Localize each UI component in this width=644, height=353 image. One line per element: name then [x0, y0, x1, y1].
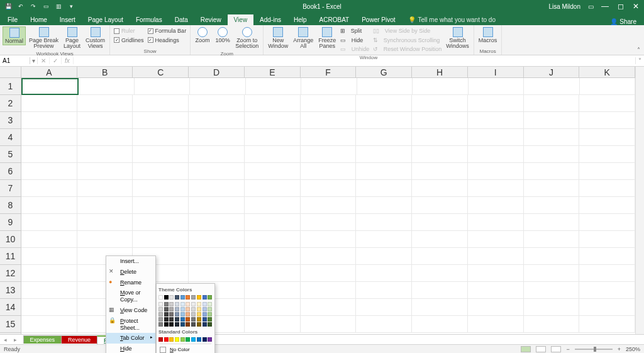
- cell[interactable]: [301, 282, 357, 299]
- color-swatch[interactable]: [186, 337, 190, 342]
- color-swatch[interactable]: [208, 312, 212, 317]
- col-header-J[interactable]: J: [524, 67, 580, 77]
- share-button[interactable]: 👤 Share: [602, 18, 644, 25]
- save-icon[interactable]: 💾: [4, 2, 13, 11]
- color-swatch[interactable]: [169, 295, 174, 300]
- ribbon-display-icon[interactable]: ▭: [588, 3, 594, 10]
- tab-view[interactable]: View: [228, 14, 254, 25]
- cell[interactable]: [579, 112, 635, 129]
- color-swatch[interactable]: [158, 295, 163, 300]
- color-swatch[interactable]: [169, 322, 174, 327]
- col-header-A[interactable]: A: [21, 67, 77, 77]
- color-swatch[interactable]: [164, 317, 169, 322]
- tab-power-pivot[interactable]: Power Pivot: [355, 14, 401, 25]
- cell[interactable]: [133, 95, 189, 112]
- qat-icon-1[interactable]: ▭: [42, 2, 50, 11]
- tab-formulas[interactable]: Formulas: [130, 14, 169, 25]
- color-swatch[interactable]: [197, 302, 201, 306]
- row-header-14[interactable]: 14: [0, 299, 21, 316]
- cell[interactable]: [412, 316, 468, 333]
- insert-function-button[interactable]: fx: [62, 57, 74, 64]
- cell[interactable]: [301, 146, 357, 163]
- cell[interactable]: [468, 129, 524, 146]
- row-header-9[interactable]: 9: [0, 214, 21, 231]
- cell[interactable]: [524, 95, 580, 112]
- color-swatch[interactable]: [186, 312, 190, 317]
- cell[interactable]: [77, 95, 133, 112]
- undo-icon[interactable]: ↶: [16, 2, 25, 11]
- cell[interactable]: [413, 78, 468, 95]
- cell[interactable]: [301, 180, 357, 197]
- cell[interactable]: [524, 316, 580, 333]
- color-swatch[interactable]: [208, 322, 212, 327]
- cell[interactable]: [133, 180, 189, 197]
- color-swatch[interactable]: [158, 302, 163, 306]
- cell[interactable]: [468, 163, 524, 180]
- cell[interactable]: [301, 112, 357, 129]
- cell[interactable]: [77, 214, 133, 231]
- cell[interactable]: [77, 180, 133, 197]
- cell[interactable]: [412, 112, 468, 129]
- cell[interactable]: [245, 95, 301, 112]
- cell[interactable]: [301, 316, 357, 333]
- page-layout-view-icon[interactable]: [536, 346, 546, 352]
- cell[interactable]: [356, 129, 412, 146]
- cell[interactable]: [356, 248, 412, 265]
- cell[interactable]: [245, 146, 301, 163]
- cell[interactable]: [579, 95, 635, 112]
- color-swatch[interactable]: [180, 312, 185, 317]
- cell[interactable]: [524, 282, 580, 299]
- ctx-tab-color[interactable]: Tab Color▸: [106, 333, 155, 344]
- cell[interactable]: [245, 180, 301, 197]
- cell[interactable]: [356, 316, 412, 333]
- cell[interactable]: [356, 163, 412, 180]
- gridlines-checkbox[interactable]: ✓Gridlines: [113, 36, 145, 45]
- color-swatch[interactable]: [208, 302, 212, 306]
- color-swatch[interactable]: [175, 295, 179, 300]
- ctx-move-or-copy[interactable]: Move or Copy...: [106, 288, 155, 305]
- cell[interactable]: [412, 146, 468, 163]
- cell[interactable]: [77, 129, 133, 146]
- col-header-B[interactable]: B: [77, 67, 133, 77]
- color-swatch[interactable]: [203, 322, 207, 327]
- row-header-15[interactable]: 15: [0, 316, 21, 333]
- color-swatch[interactable]: [180, 337, 185, 342]
- macros-button[interactable]: Macros: [477, 26, 499, 44]
- cell[interactable]: [21, 197, 77, 214]
- redo-icon[interactable]: ↷: [29, 2, 38, 11]
- color-swatch[interactable]: [180, 295, 185, 300]
- color-swatch[interactable]: [158, 337, 163, 342]
- formula-bar-checkbox[interactable]: ✓Formula Bar: [147, 26, 188, 36]
- cell[interactable]: [301, 197, 357, 214]
- row-header-5[interactable]: 5: [0, 146, 21, 163]
- color-swatch[interactable]: [203, 302, 207, 306]
- sheet-nav-buttons[interactable]: ◂ ▸: [0, 337, 23, 343]
- arrange-all-button[interactable]: Arrange All: [291, 26, 315, 50]
- cell[interactable]: [133, 163, 189, 180]
- cell[interactable]: [77, 146, 133, 163]
- tab-file[interactable]: File: [1, 14, 24, 25]
- select-all-corner[interactable]: [0, 67, 21, 78]
- cell[interactable]: [245, 214, 301, 231]
- color-swatch[interactable]: [180, 302, 185, 306]
- color-swatch[interactable]: [203, 307, 207, 311]
- row-header-13[interactable]: 13: [0, 282, 21, 299]
- color-swatch[interactable]: [186, 322, 190, 327]
- cell[interactable]: [21, 146, 77, 163]
- row-header-6[interactable]: 6: [0, 163, 21, 180]
- color-swatch[interactable]: [191, 295, 196, 300]
- tab-page-layout[interactable]: Page Layout: [82, 14, 130, 25]
- maximize-icon[interactable]: ◻: [618, 2, 624, 11]
- qat-icon-2[interactable]: ▥: [54, 2, 63, 11]
- color-swatch[interactable]: [175, 337, 179, 342]
- cell[interactable]: [356, 265, 412, 282]
- ctx-delete[interactable]: ✕Delete: [106, 267, 155, 277]
- tab-help[interactable]: Help: [287, 14, 313, 25]
- row-header-8[interactable]: 8: [0, 197, 21, 214]
- minimize-icon[interactable]: —: [601, 2, 609, 11]
- cell[interactable]: [412, 248, 468, 265]
- cell[interactable]: [189, 163, 245, 180]
- cell[interactable]: [190, 78, 245, 95]
- col-header-K[interactable]: K: [579, 67, 635, 77]
- cell[interactable]: [356, 282, 412, 299]
